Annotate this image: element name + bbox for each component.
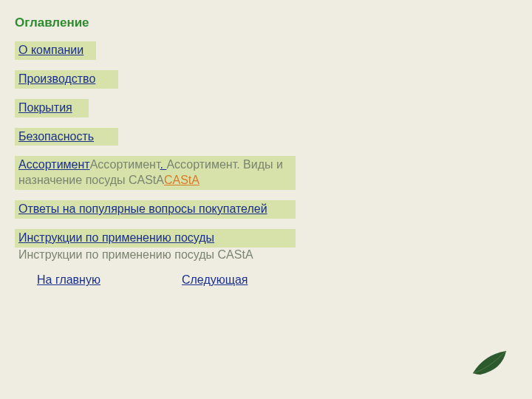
text-assortment-orange: CAStA: [164, 174, 200, 186]
toc-item-coating: Покрытия: [15, 99, 310, 117]
toc-item-safety: Безопасность: [15, 128, 310, 146]
text-assortment-plain1: Ассортимент: [90, 158, 160, 171]
link-about[interactable]: О компании: [18, 44, 83, 56]
toc-item-faq: Ответы на популярные вопросы покупателей: [15, 200, 310, 219]
link-production[interactable]: Производство: [18, 72, 95, 85]
link-safety[interactable]: Безопасность: [18, 130, 94, 143]
link-assortment[interactable]: Ассортимент: [18, 158, 90, 171]
link-instructions[interactable]: Инструкции по применению посуды: [18, 231, 214, 244]
toc-item-about: О компании: [15, 41, 310, 60]
toc-title: Оглавление: [15, 15, 96, 30]
link-home[interactable]: На главную: [37, 273, 100, 288]
text-instructions-plain: Инструкции по применению посуды CAStA: [15, 248, 310, 263]
toc-item-assortment: АссортиментАссортимент. Ассортимент. Вид…: [15, 156, 310, 190]
toc-item-production: Производство: [15, 70, 310, 89]
toc-item-instructions: Инструкции по применению посуды Инструкц…: [15, 229, 310, 263]
link-coating[interactable]: Покрытия: [18, 101, 72, 114]
leaf-icon: [469, 344, 514, 381]
link-faq[interactable]: Ответы на популярные вопросы покупателей: [18, 202, 267, 215]
link-next[interactable]: Следующая: [182, 273, 248, 288]
